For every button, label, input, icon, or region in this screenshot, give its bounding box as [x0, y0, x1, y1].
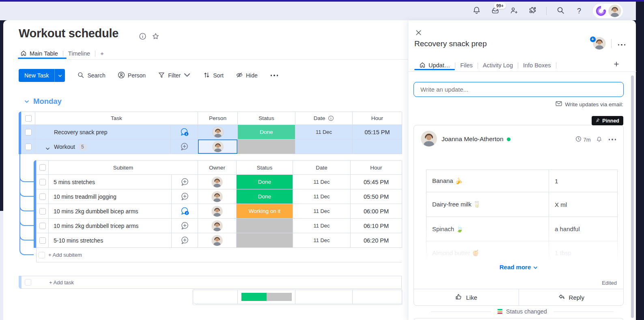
hour-cell[interactable]: 05:15 PM	[353, 125, 402, 140]
date-cell[interactable]: 11 Dec	[293, 175, 351, 189]
owner-cell[interactable]	[198, 175, 237, 189]
status-cell[interactable]: Done	[237, 189, 293, 204]
bell-icon[interactable]	[596, 136, 603, 143]
row-checkbox-cell[interactable]	[37, 219, 49, 233]
favorite-star-icon[interactable]	[152, 32, 159, 40]
global-search-button[interactable]	[556, 6, 565, 16]
owner-cell[interactable]	[198, 204, 237, 219]
date-cell[interactable]: 11 Dec	[293, 219, 351, 233]
date-cell[interactable]: 11 Dec	[293, 204, 351, 219]
new-task-button[interactable]: New Task	[19, 69, 65, 82]
subitem-row[interactable]: 10 mins treadmill joggingDone11 Dec05:50…	[37, 189, 402, 204]
add-tab-button[interactable]	[613, 61, 620, 67]
row-checkbox-cell[interactable]	[22, 140, 35, 154]
subscribe-avatar[interactable]: +	[593, 37, 605, 49]
more-options-button[interactable]	[270, 75, 279, 76]
status-cell[interactable]: Done	[238, 125, 295, 140]
select-all-cell[interactable]	[22, 112, 35, 125]
hour-cell[interactable]	[353, 140, 402, 154]
hour-cell[interactable]: 06:20 PM	[351, 233, 402, 248]
tab-main-table[interactable]: Main Table	[18, 50, 63, 58]
close-panel-button[interactable]	[415, 29, 422, 36]
column-header-date[interactable]: Date	[293, 161, 351, 175]
subitem-name-cell[interactable]: 10 mins 2kg dumbbell bicep arms	[49, 204, 172, 219]
subitem-row[interactable]: 10 mins 2kg dumbbell bicep arms2Working …	[37, 204, 402, 219]
hour-cell[interactable]: 06:00 PM	[351, 204, 402, 219]
hour-cell[interactable]: 05:45 PM	[351, 175, 402, 189]
expand-chevron-icon[interactable]	[45, 145, 50, 148]
tab-activity-log[interactable]: Activity Log	[478, 62, 518, 69]
row-checkbox-cell[interactable]	[37, 189, 49, 204]
subitem-name-cell[interactable]: 10 mins treadmill jogging	[49, 189, 172, 204]
column-header-hour[interactable]: Hour	[351, 161, 402, 175]
checkbox[interactable]	[39, 237, 46, 244]
hour-cell[interactable]: 05:50 PM	[351, 189, 402, 204]
checkbox[interactable]	[25, 129, 32, 135]
subitem-row[interactable]: 10 mins 2kg dumbbell tricep arms11 Dec06…	[37, 219, 402, 233]
checkbox[interactable]	[39, 223, 46, 229]
hour-cell[interactable]: 06:10 PM	[351, 219, 402, 233]
task-row[interactable]: Recovery snack prep1Done11 Dec05:15 PM	[22, 125, 402, 140]
tab-files[interactable]: Files	[455, 62, 478, 69]
status-cell[interactable]: Done	[237, 175, 293, 189]
task-name-cell[interactable]: Workout5	[35, 140, 171, 154]
row-checkbox-cell[interactable]	[37, 233, 49, 248]
add-subitem-row[interactable]: + Add subitem	[37, 248, 402, 262]
column-header-subitem[interactable]: Subitem	[49, 161, 198, 175]
subitem-name-cell[interactable]: 10 mins 2kg dumbbell tricep arms	[49, 219, 172, 233]
checkbox[interactable]	[39, 164, 46, 171]
subitem-name-cell[interactable]: 5 mins stretches	[49, 175, 172, 189]
status-cell[interactable]: Working on it	[237, 204, 293, 219]
conversation-icon[interactable]: 1	[171, 125, 198, 140]
post-menu-button[interactable]	[608, 139, 617, 140]
column-header-status[interactable]: Status	[238, 112, 295, 125]
add-update-icon[interactable]	[172, 219, 198, 233]
checkbox[interactable]	[25, 115, 32, 122]
select-all-cell[interactable]	[37, 161, 49, 175]
task-name-cell[interactable]: Recovery snack prep	[35, 125, 171, 140]
tab-updates[interactable]: Updat…	[417, 62, 455, 69]
status-cell[interactable]	[237, 233, 293, 248]
checkbox[interactable]	[25, 144, 32, 150]
checkbox[interactable]	[39, 193, 46, 200]
item-menu-button[interactable]	[617, 40, 627, 47]
product-logo[interactable]	[595, 5, 607, 17]
search-tool[interactable]: Search	[77, 71, 105, 80]
row-checkbox-cell[interactable]	[22, 125, 35, 140]
add-view-button[interactable]: +	[95, 50, 108, 57]
apps-button[interactable]	[528, 6, 537, 16]
group-header-monday[interactable]: Monday	[24, 97, 62, 106]
column-header-hour[interactable]: Hour	[353, 112, 402, 125]
filter-tool[interactable]: Filter	[158, 71, 191, 80]
add-update-icon[interactable]	[171, 140, 198, 154]
write-update-input[interactable]	[414, 82, 624, 97]
person-cell[interactable]	[198, 140, 238, 154]
status-cell[interactable]	[237, 219, 293, 233]
subitem-row[interactable]: 5 mins stretchesDone11 Dec05:45 PM	[37, 175, 402, 189]
date-cell[interactable]: 11 Dec	[293, 233, 351, 248]
tab-timeline[interactable]: Timeline	[63, 50, 95, 57]
status-battery-cell[interactable]	[238, 290, 295, 304]
notifications-button[interactable]	[472, 6, 481, 16]
author-avatar[interactable]	[421, 131, 437, 146]
column-header-status[interactable]: Status	[237, 161, 293, 175]
read-more-link[interactable]: Read more	[414, 264, 623, 271]
date-cell[interactable]	[295, 140, 353, 154]
email-updates-link[interactable]: Write updates via email:	[556, 101, 623, 107]
column-header-date[interactable]: Date	[295, 112, 353, 125]
inbox-button[interactable]: 99+	[490, 6, 500, 16]
add-subscriber-icon[interactable]: +	[590, 37, 596, 42]
conversation-icon[interactable]: 2	[172, 204, 198, 219]
task-row[interactable]: Workout5	[22, 140, 402, 154]
invite-members-button[interactable]	[509, 6, 519, 16]
add-update-icon[interactable]	[172, 233, 198, 248]
person-filter-tool[interactable]: Person	[118, 71, 146, 80]
like-button[interactable]: Like	[414, 289, 519, 306]
owner-cell[interactable]	[198, 189, 237, 204]
column-header-task[interactable]: Task	[35, 112, 198, 125]
checkbox[interactable]	[39, 179, 46, 185]
vertical-scrollbar[interactable]	[631, 75, 634, 318]
date-cell[interactable]: 11 Dec	[295, 125, 353, 140]
status-cell[interactable]	[238, 140, 295, 154]
date-cell[interactable]: 11 Dec	[293, 189, 351, 204]
